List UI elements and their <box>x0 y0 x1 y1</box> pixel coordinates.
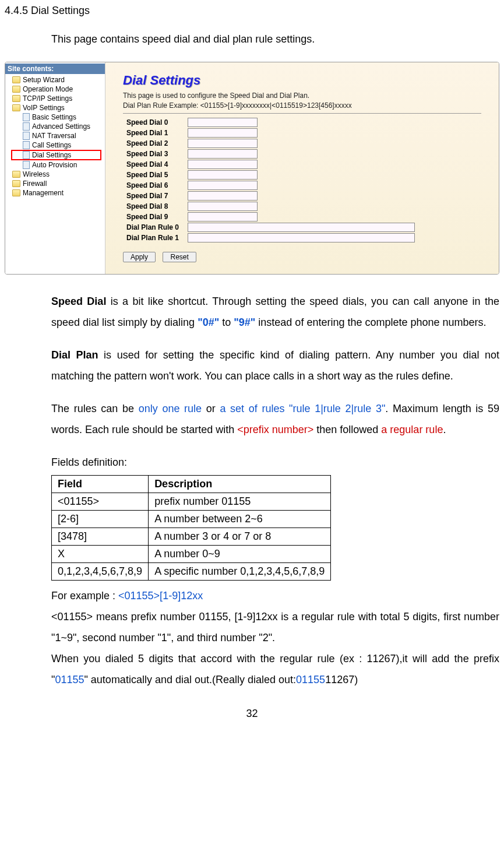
rule-set: a set of rules "rule 1|rule 2|rule 3" <box>220 403 385 414</box>
sidebar-item[interactable]: TCP/IP Settings <box>8 94 105 103</box>
folder-icon <box>12 95 20 102</box>
text: The rules can be <box>51 403 139 414</box>
form-row: Speed Dial 0 <box>123 117 415 128</box>
sidebar-item-label: Wireless <box>23 170 50 178</box>
table-row: [3478]A number 3 or 4 or 7 or 8 <box>52 528 331 545</box>
sidebar-item-label: Call Settings <box>32 141 71 149</box>
text-input[interactable] <box>188 170 258 180</box>
form-label: Dial Plan Rule 1 <box>123 233 187 243</box>
sidebar-item[interactable]: VoIP Settings <box>8 103 105 112</box>
sidebar-item-label: Basic Settings <box>32 113 76 121</box>
form-label: Speed Dial 9 <box>123 212 187 222</box>
page-icon <box>23 161 30 169</box>
sidebar-item-label: TCP/IP Settings <box>23 94 72 103</box>
definition-header-row: Field Description <box>52 475 331 493</box>
sidebar-item-label: NAT Traversal <box>32 132 76 140</box>
form-row: Speed Dial 7 <box>123 191 415 201</box>
page-icon <box>23 151 30 159</box>
folder-icon <box>12 189 20 196</box>
page-icon <box>23 132 30 140</box>
form-row: Dial Plan Rule 1 <box>123 233 415 243</box>
page-icon <box>23 122 30 131</box>
form-cell <box>187 180 415 191</box>
form-row: Speed Dial 8 <box>123 201 415 212</box>
panel-title: Dial Settings <box>123 73 481 88</box>
form-row: Speed Dial 1 <box>123 128 415 138</box>
form-label: Speed Dial 7 <box>123 191 187 201</box>
folder-icon <box>12 76 20 83</box>
text: then followed <box>313 424 381 435</box>
field-cell: [2-6] <box>52 510 149 528</box>
table-row: 0,1,2,3,4,5,6,7,8,9A specific number 0,1… <box>52 562 331 580</box>
field-cell: [3478] <box>52 528 149 545</box>
form-row: Speed Dial 2 <box>123 138 415 149</box>
nine-hash: "9#" <box>234 317 255 328</box>
sidebar-item[interactable]: Operation Mode <box>8 85 105 94</box>
sidebar-item[interactable]: Call Settings <box>8 140 105 150</box>
folder-icon <box>12 171 20 178</box>
desc-cell: A number between 2~6 <box>149 510 331 528</box>
table-row: XA number 0~9 <box>52 545 331 562</box>
text-input[interactable] <box>188 233 415 242</box>
text-input[interactable] <box>188 128 258 138</box>
form-label: Speed Dial 2 <box>123 138 187 149</box>
header-description: Description <box>149 475 331 493</box>
sidebar-item-label: Management <box>23 189 64 197</box>
sidebar-item[interactable]: NAT Traversal <box>8 131 105 140</box>
field-cell: 0,1,2,3,4,5,6,7,8,9 <box>52 562 149 580</box>
page-icon <box>23 141 30 149</box>
panel-desc: This page is used to configure the Speed… <box>123 92 481 100</box>
form-row: Speed Dial 5 <box>123 170 415 180</box>
form-cell <box>187 117 415 128</box>
text-input[interactable] <box>188 160 258 169</box>
text-input[interactable] <box>188 181 258 190</box>
text: . <box>443 424 446 435</box>
text-input[interactable] <box>188 191 258 201</box>
main-panel: Dial Settings This page is used to confi… <box>105 62 499 274</box>
form-cell <box>187 191 415 201</box>
text-input[interactable] <box>188 118 258 127</box>
form-cell <box>187 138 415 149</box>
desc-cell: A number 3 or 4 or 7 or 8 <box>149 528 331 545</box>
apply-button[interactable]: Apply <box>123 252 156 262</box>
example-rule: <01155>[1-9]12xx <box>118 590 203 602</box>
sidebar-item[interactable]: Firewall <box>8 179 105 188</box>
definition-table: Field Description <01155>prefix number 0… <box>51 475 331 581</box>
sidebar-item[interactable]: Wireless <box>8 170 105 179</box>
table-row: <01155>prefix number 01155 <box>52 493 331 510</box>
text-input[interactable] <box>188 202 258 211</box>
field-cell: X <box>52 545 149 562</box>
example-dial-e: 11267) <box>325 674 358 685</box>
example-block: For example : <01155>[1-9]12xx <01155> m… <box>51 585 499 690</box>
form-label: Speed Dial 3 <box>123 149 187 159</box>
sidebar-item-label: VoIP Settings <box>23 104 65 112</box>
folder-icon <box>12 104 20 111</box>
rules-paragraph: The rules can be only one rule or a set … <box>51 398 499 440</box>
fields-definition-label: Fields definition: <box>51 452 499 473</box>
form-label: Speed Dial 0 <box>123 117 187 128</box>
text-input[interactable] <box>188 212 258 221</box>
one-rule: only one rule <box>139 403 202 414</box>
text-input[interactable] <box>188 139 258 148</box>
sidebar-item[interactable]: Auto Provision <box>8 160 105 170</box>
form-cell <box>187 201 415 212</box>
form-row: Speed Dial 6 <box>123 180 415 191</box>
sidebar-item[interactable]: Advanced Settings <box>8 122 105 131</box>
sidebar-item-label: Firewall <box>23 180 47 188</box>
text-input[interactable] <box>188 223 415 232</box>
text: is used for setting the specific kind of… <box>51 349 499 382</box>
text-input[interactable] <box>188 149 258 159</box>
sidebar-item[interactable]: Basic Settings <box>8 112 105 122</box>
text: to <box>219 317 234 328</box>
sidebar-tree: Setup WizardOperation ModeTCP/IP Setting… <box>5 74 105 198</box>
page-number: 32 <box>5 708 499 720</box>
text: or <box>202 403 220 414</box>
form-cell <box>187 149 415 159</box>
form-row: Speed Dial 3 <box>123 149 415 159</box>
reset-button[interactable]: Reset <box>163 252 196 262</box>
sidebar-item[interactable]: Management <box>8 188 105 198</box>
sidebar-item[interactable]: Setup Wizard <box>8 75 105 85</box>
sidebar-item[interactable]: Dial Settings <box>11 150 101 160</box>
form-table: Speed Dial 0Speed Dial 1Speed Dial 2Spee… <box>123 117 415 243</box>
form-label: Speed Dial 4 <box>123 159 187 170</box>
